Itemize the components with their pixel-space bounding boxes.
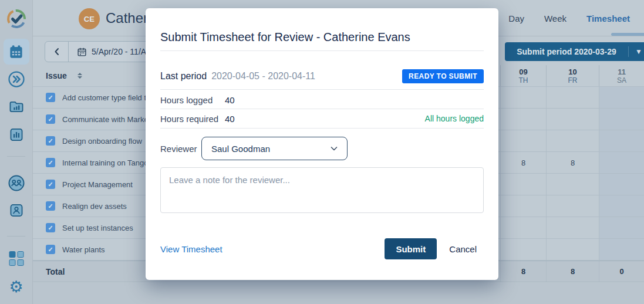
time-cell[interactable] — [500, 130, 546, 151]
tempo-logo-icon[interactable] — [6, 8, 27, 29]
footer-strip — [33, 283, 644, 304]
time-cell[interactable]: 8 — [500, 152, 546, 173]
sort-icon — [77, 73, 82, 79]
tab-day[interactable]: Day — [508, 13, 524, 23]
hours-logged-row: Hours logged 40 — [160, 91, 484, 109]
total-cell: 8 — [546, 261, 599, 282]
day-column-header: 10 FR — [546, 65, 599, 86]
issue-label: Water plants — [62, 245, 105, 254]
last-period-value: 2020-04-05 - 2020-04-11 — [211, 71, 315, 82]
avatar[interactable]: CE — [79, 8, 100, 29]
sidebar-item-calendar[interactable] — [4, 39, 29, 65]
modal-title: Submit Timesheet for Review - Catherine … — [160, 31, 410, 44]
time-cell[interactable] — [546, 239, 599, 260]
hours-note: All hours logged — [425, 114, 484, 123]
time-cell[interactable] — [546, 174, 599, 195]
cancel-button[interactable]: Cancel — [442, 238, 484, 259]
timesheet-app: ⚙ CE Catherine Evans Day Week Timesheet — [0, 0, 644, 304]
previous-period-button[interactable] — [45, 42, 69, 62]
sidebar-item-apps[interactable] — [9, 251, 23, 266]
sidebar-item-expand[interactable] — [8, 70, 25, 88]
issue-checkbox[interactable] — [46, 223, 55, 232]
calendar-icon — [8, 44, 24, 60]
total-cell: 0 — [599, 261, 644, 282]
sidebar-item-profile[interactable] — [8, 202, 24, 218]
time-cell[interactable] — [500, 87, 546, 108]
issue-label: Project Management — [62, 180, 133, 189]
divider — [160, 128, 484, 129]
total-label: Total — [46, 267, 65, 276]
person-card-icon — [8, 202, 24, 218]
modal-footer: View Timesheet Submit Cancel — [160, 238, 484, 259]
issue-checkbox[interactable] — [46, 93, 55, 102]
hours-logged-label: Hours logged — [160, 95, 225, 105]
time-cell[interactable] — [599, 217, 644, 238]
last-period-row: Last period 2020-04-05 - 2020-04-11 READ… — [160, 67, 484, 86]
time-cell[interactable] — [599, 130, 644, 151]
reviewer-label: Reviewer — [160, 144, 201, 154]
tab-timesheet[interactable]: Timesheet — [586, 13, 630, 23]
submit-timesheet-modal: Submit Timesheet for Review - Catherine … — [146, 8, 498, 280]
dropdown-caret-icon[interactable]: ▼ — [629, 48, 644, 56]
time-cell[interactable] — [500, 239, 546, 260]
issue-label: Realign dev assets — [62, 202, 127, 211]
time-cell[interactable] — [500, 109, 546, 130]
reviewer-note-input[interactable] — [160, 167, 484, 213]
sidebar-item-charts[interactable] — [8, 127, 24, 143]
view-timesheet-link[interactable]: View Timesheet — [160, 244, 222, 254]
time-cell[interactable]: 8 — [546, 152, 599, 173]
issue-label: Communicate with Market — [62, 115, 150, 124]
hours-logged-value: 40 — [225, 95, 235, 105]
time-cell[interactable] — [500, 174, 546, 195]
sidebar-item-settings[interactable]: ⚙ — [9, 279, 23, 295]
issue-checkbox[interactable] — [46, 201, 55, 211]
submit-period-label: Submit period 2020-03-29 — [505, 47, 628, 56]
reviewer-selected-value: Saul Goodman — [211, 144, 325, 154]
hours-required-label: Hours required — [160, 114, 225, 124]
time-cell[interactable] — [546, 87, 599, 108]
submit-period-button[interactable]: Submit period 2020-03-29 ▼ — [505, 42, 644, 61]
double-chevron-icon — [8, 70, 25, 88]
divider — [160, 109, 484, 109]
reviewer-row: Reviewer Saul Goodman — [160, 137, 484, 160]
divider — [160, 89, 484, 90]
total-cell: 8 — [500, 261, 546, 282]
reviewer-select[interactable]: Saul Goodman — [201, 137, 348, 160]
time-cell[interactable] — [599, 87, 644, 108]
day-column-header: 09 TH — [500, 65, 546, 86]
issue-checkbox[interactable] — [46, 136, 55, 146]
time-cell[interactable] — [546, 109, 599, 130]
issue-checkbox[interactable] — [46, 114, 55, 124]
time-cell[interactable] — [500, 217, 546, 238]
time-cell[interactable] — [546, 130, 599, 151]
issue-label: Set up test instances — [62, 224, 133, 232]
time-cell[interactable] — [546, 217, 599, 238]
divider — [160, 50, 484, 51]
active-tab-underline — [611, 33, 644, 36]
issue-header-label: Issue — [46, 71, 67, 80]
time-cell[interactable] — [500, 195, 546, 217]
sidebar-divider — [7, 236, 25, 237]
time-cell[interactable] — [599, 174, 644, 195]
time-cell[interactable] — [599, 195, 644, 217]
issue-checkbox[interactable] — [46, 180, 55, 189]
hours-required-value: 40 — [225, 114, 235, 124]
time-cell[interactable] — [599, 239, 644, 260]
issue-checkbox[interactable] — [46, 158, 55, 167]
gear-icon: ⚙ — [9, 279, 23, 295]
issue-checkbox[interactable] — [46, 245, 55, 254]
time-cell[interactable] — [546, 195, 599, 217]
tab-week[interactable]: Week — [544, 13, 567, 23]
time-cell[interactable] — [599, 152, 644, 173]
calendar-icon — [77, 47, 87, 57]
chevron-down-icon — [329, 144, 339, 153]
sidebar-item-teams[interactable] — [8, 174, 25, 192]
sidebar-item-reports[interactable] — [8, 99, 25, 115]
time-cell[interactable] — [599, 109, 644, 130]
hours-required-row: Hours required 40 All hours logged — [160, 110, 484, 127]
sidebar: ⚙ — [0, 0, 33, 304]
submit-button[interactable]: Submit — [385, 238, 437, 259]
last-period-label: Last period — [160, 71, 207, 82]
day-column-header: 11 SA — [599, 65, 644, 86]
issue-label: Internal training on Tango — [62, 158, 148, 167]
